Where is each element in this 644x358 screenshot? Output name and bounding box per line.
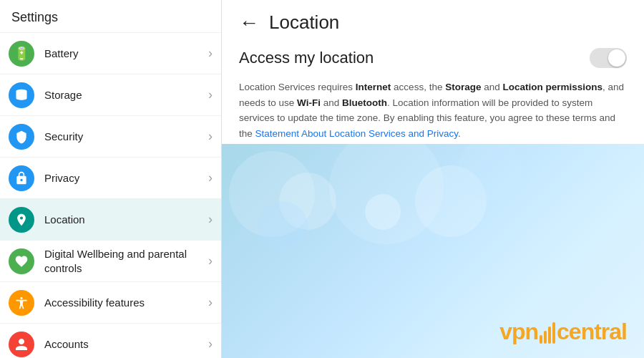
chevron-right-icon: › bbox=[208, 295, 213, 310]
sidebar-title: Settings bbox=[0, 0, 221, 33]
sidebar-item-label: Accessibility features bbox=[44, 296, 208, 310]
location-icon bbox=[9, 207, 34, 233]
digital-wellbeing-icon bbox=[9, 248, 34, 274]
storage-bold: Storage bbox=[445, 82, 481, 92]
toggle-thumb bbox=[608, 49, 625, 67]
sidebar-item-security[interactable]: Security › bbox=[0, 116, 221, 158]
central-text: central bbox=[557, 319, 627, 345]
location-perms-bold: Location permissions bbox=[502, 82, 602, 92]
accessibility-icon bbox=[9, 290, 34, 316]
back-button[interactable]: ← bbox=[239, 13, 259, 33]
location-toggle[interactable] bbox=[590, 48, 627, 68]
main-top: ← Location Access my location Location S… bbox=[222, 0, 644, 144]
sidebar-item-accessibility[interactable]: Accessibility features › bbox=[0, 282, 221, 324]
sidebar-item-accounts[interactable]: Accounts › bbox=[0, 324, 221, 358]
accounts-icon bbox=[9, 332, 34, 357]
access-location-label: Access my location bbox=[239, 49, 374, 67]
bluetooth-bold: Bluetooth bbox=[342, 97, 387, 108]
sidebar-item-label: Digital Wellbeing and parental controls bbox=[44, 247, 208, 275]
vpn-text: vpn bbox=[499, 319, 538, 345]
access-location-row: Access my location bbox=[239, 48, 627, 68]
page-title: Location bbox=[269, 11, 339, 34]
banner-area: vpn central bbox=[222, 144, 644, 358]
sidebar: Settings 🔋 Battery › Storage › Security … bbox=[0, 0, 222, 358]
sidebar-item-label: Privacy bbox=[44, 171, 208, 185]
location-description: Location Services requires Internet acce… bbox=[239, 79, 627, 141]
sidebar-item-label: Accounts bbox=[44, 337, 208, 352]
internet-bold: Internet bbox=[356, 82, 391, 92]
chevron-right-icon: › bbox=[208, 212, 213, 227]
wifi-bold: Wi-Fi bbox=[297, 97, 321, 108]
chevron-right-icon: › bbox=[208, 253, 213, 268]
chevron-right-icon: › bbox=[208, 337, 213, 352]
privacy-icon bbox=[9, 165, 34, 191]
back-header: ← Location bbox=[239, 11, 627, 34]
chevron-right-icon: › bbox=[208, 46, 213, 61]
privacy-statement-link[interactable]: Statement About Location Services and Pr… bbox=[255, 128, 458, 139]
main-content: ← Location Access my location Location S… bbox=[222, 0, 644, 358]
storage-icon bbox=[9, 82, 34, 108]
security-icon bbox=[9, 124, 34, 150]
chevron-right-icon: › bbox=[208, 129, 213, 144]
chevron-right-icon: › bbox=[208, 87, 213, 102]
sidebar-item-storage[interactable]: Storage › bbox=[0, 74, 221, 116]
vpn-bars-icon bbox=[540, 321, 555, 344]
vpn-logo: vpn central bbox=[499, 319, 627, 345]
sidebar-item-digital-wellbeing[interactable]: Digital Wellbeing and parental controls … bbox=[0, 241, 221, 282]
sidebar-item-label: Security bbox=[44, 130, 208, 144]
sidebar-item-label: Storage bbox=[44, 88, 208, 102]
sidebar-item-label: Battery bbox=[44, 47, 208, 61]
chevron-right-icon: › bbox=[208, 170, 213, 185]
sidebar-item-battery[interactable]: 🔋 Battery › bbox=[0, 33, 221, 74]
sidebar-item-privacy[interactable]: Privacy › bbox=[0, 158, 221, 199]
battery-icon: 🔋 bbox=[9, 41, 34, 67]
sidebar-item-label: Location bbox=[44, 213, 208, 227]
sidebar-item-location[interactable]: Location › bbox=[0, 199, 221, 241]
